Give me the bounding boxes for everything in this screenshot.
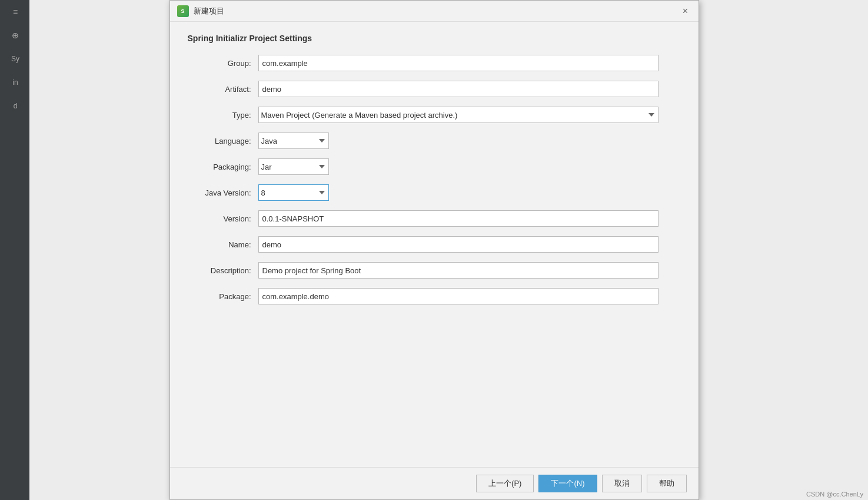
sidebar-item-5[interactable]: d bbox=[0, 94, 29, 118]
description-label: Description: bbox=[188, 266, 258, 275]
language-label: Language: bbox=[188, 137, 258, 145]
title-bar: S 新建项目 × bbox=[170, 1, 699, 22]
type-row: Type: Maven Project (Generate a Maven ba… bbox=[188, 107, 681, 123]
package-row: Package: bbox=[188, 288, 681, 304]
description-input[interactable] bbox=[258, 262, 659, 279]
packaging-select[interactable]: Jar War bbox=[258, 158, 329, 175]
sidebar-item-3[interactable]: Sy bbox=[0, 47, 29, 71]
type-label: Type: bbox=[188, 111, 258, 120]
group-input[interactable] bbox=[258, 55, 659, 71]
artifact-row: Artifact: bbox=[188, 81, 681, 97]
title-bar-left: S 新建项目 bbox=[177, 5, 224, 17]
watermark: CSDN @cc.ChenLy bbox=[806, 491, 863, 498]
new-project-dialog: S 新建项目 × Spring Initializr Project Setti… bbox=[169, 0, 699, 500]
cancel-button[interactable]: 取消 bbox=[602, 475, 642, 492]
dialog-footer: 上一个(P) 下一个(N) 取消 帮助 bbox=[170, 467, 699, 499]
package-input[interactable] bbox=[258, 288, 659, 304]
close-button[interactable]: × bbox=[680, 5, 691, 17]
group-label: Group: bbox=[188, 59, 258, 68]
dialog-title: 新建项目 bbox=[194, 6, 224, 16]
type-select[interactable]: Maven Project (Generate a Maven based pr… bbox=[258, 107, 659, 123]
language-select[interactable]: Java Kotlin Groovy bbox=[258, 133, 329, 149]
java-version-label: Java Version: bbox=[188, 188, 258, 197]
description-row: Description: bbox=[188, 262, 681, 279]
spring-icon: S bbox=[177, 5, 189, 17]
sidebar-item-4[interactable]: in bbox=[0, 71, 29, 94]
sidebar-item-2[interactable]: ⊕ bbox=[0, 24, 29, 47]
version-label: Version: bbox=[188, 214, 258, 223]
help-button[interactable]: 帮助 bbox=[647, 475, 687, 492]
artifact-input[interactable] bbox=[258, 81, 659, 97]
packaging-row: Packaging: Jar War bbox=[188, 158, 681, 175]
package-label: Package: bbox=[188, 292, 258, 301]
name-row: Name: bbox=[188, 236, 681, 253]
name-label: Name: bbox=[188, 240, 258, 249]
group-row: Group: bbox=[188, 55, 681, 71]
version-input[interactable] bbox=[258, 210, 659, 227]
version-row: Version: bbox=[188, 210, 681, 227]
section-title: Spring Initializr Project Settings bbox=[188, 34, 681, 43]
artifact-label: Artifact: bbox=[188, 85, 258, 94]
next-button[interactable]: 下一个(N) bbox=[538, 475, 597, 492]
language-row: Language: Java Kotlin Groovy bbox=[188, 133, 681, 149]
sidebar: ≡ ⊕ Sy in d bbox=[0, 0, 29, 500]
java-version-row: Java Version: 8 11 17 21 bbox=[188, 184, 681, 201]
name-input[interactable] bbox=[258, 236, 659, 253]
prev-button[interactable]: 上一个(P) bbox=[476, 475, 534, 492]
java-version-select[interactable]: 8 11 17 21 bbox=[258, 184, 329, 201]
dialog-content: Spring Initializr Project Settings Group… bbox=[170, 22, 699, 467]
packaging-label: Packaging: bbox=[188, 163, 258, 171]
sidebar-item-1[interactable]: ≡ bbox=[0, 0, 29, 24]
